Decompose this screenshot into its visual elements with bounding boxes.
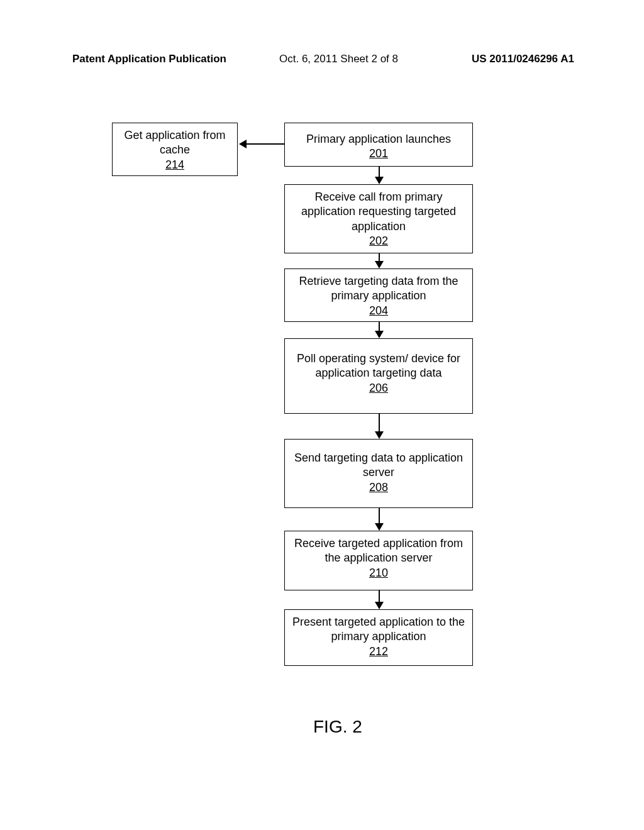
flow-box-ref: 212 (291, 645, 466, 659)
arrow-head-206-208 (375, 431, 384, 439)
flow-box-text: Present targeted application to the prim… (291, 615, 466, 645)
header-center: Oct. 6, 2011 Sheet 2 of 8 (279, 53, 398, 65)
flow-box-201: Primary application launches 201 (284, 123, 473, 167)
arrow-208-210 (379, 508, 380, 524)
flow-box-text: Send targeting data to application serve… (291, 451, 466, 480)
header-right: US 2011/0246296 A1 (472, 53, 574, 65)
flow-box-ref: 202 (291, 234, 466, 248)
flow-box-text: Receive targeted application from the ap… (291, 536, 466, 566)
flow-box-202: Receive call from primary application re… (284, 184, 473, 253)
flow-box-208: Send targeting data to application serve… (284, 439, 473, 508)
flow-box-text: Primary application launches (291, 132, 466, 147)
flow-box-ref: 210 (291, 566, 466, 580)
flow-box-ref: 201 (291, 147, 466, 161)
arrow-head-210-212 (375, 602, 384, 609)
flow-box-ref: 214 (119, 158, 231, 172)
flow-box-214: Get application from cache 214 (112, 123, 238, 176)
arrow-head-208-210 (375, 523, 384, 531)
figure-label: FIG. 2 (313, 717, 362, 737)
flow-box-ref: 208 (291, 480, 466, 495)
header-left: Patent Application Publication (72, 53, 226, 65)
arrow-206-208 (379, 414, 380, 433)
flow-box-ref: 204 (291, 304, 466, 318)
flow-box-206: Poll operating system/ device for applic… (284, 338, 473, 414)
flow-box-text: Get application from cache (119, 128, 231, 158)
arrow-201-214 (247, 143, 284, 145)
flow-box-210: Receive targeted application from the ap… (284, 531, 473, 590)
flow-box-text: Retrieve targeting data from the primary… (291, 274, 466, 304)
flow-box-text: Poll operating system/ device for applic… (291, 351, 466, 381)
flow-box-212: Present targeted application to the prim… (284, 609, 473, 666)
arrow-head-201-202 (375, 177, 384, 184)
arrow-head-204-206 (375, 331, 384, 338)
flow-box-ref: 206 (291, 381, 466, 396)
arrow-210-212 (379, 590, 380, 603)
arrow-head-201-214 (239, 140, 247, 148)
arrow-head-202-204 (375, 261, 384, 268)
flow-box-text: Receive call from primary application re… (291, 190, 466, 234)
flow-box-204: Retrieve targeting data from the primary… (284, 268, 473, 322)
